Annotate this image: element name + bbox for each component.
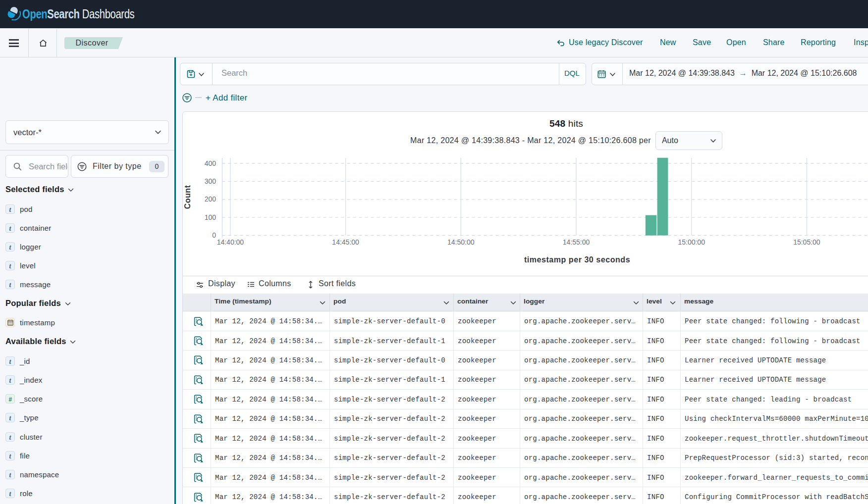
svg-text:14:45:00: 14:45:00 — [332, 238, 359, 246]
svg-text:400: 400 — [205, 159, 217, 167]
svg-text:14:50:00: 14:50:00 — [447, 238, 475, 246]
svg-text:14:55:00: 14:55:00 — [563, 238, 590, 246]
svg-text:300: 300 — [205, 177, 217, 185]
svg-text:100: 100 — [205, 213, 217, 221]
svg-text:0: 0 — [212, 231, 216, 239]
svg-text:200: 200 — [205, 195, 217, 203]
svg-text:15:05:00: 15:05:00 — [793, 238, 820, 246]
svg-text:14:40:00: 14:40:00 — [217, 238, 244, 246]
svg-text:Count: Count — [183, 185, 192, 209]
svg-text:15:00:00: 15:00:00 — [678, 238, 705, 246]
